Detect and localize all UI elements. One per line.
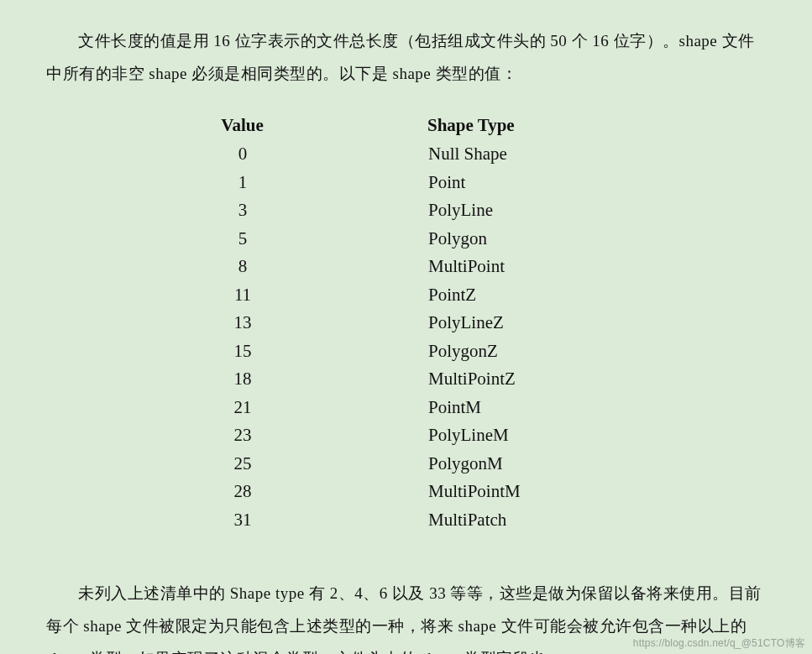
watermark-text: https://blog.csdn.net/q_@51CTO博客 (633, 636, 805, 651)
cell-shape-type: Null Shape (427, 140, 612, 169)
cell-value: 21 (200, 394, 427, 422)
cell-shape-type: MultiPatch (427, 506, 612, 535)
cell-value: 0 (200, 140, 427, 169)
cell-shape-type: MultiPoint (427, 253, 612, 281)
header-value: Value (200, 112, 427, 141)
cell-shape-type: MultiPointZ (427, 365, 612, 394)
table-row: 8MultiPoint (200, 253, 612, 281)
table-row: 31MultiPatch (200, 506, 612, 535)
cell-value: 11 (200, 281, 427, 310)
table-row: 3PolyLine (200, 196, 612, 225)
cell-shape-type: PointM (427, 394, 612, 422)
cell-shape-type: PolyLineM (427, 421, 612, 450)
cell-shape-type: PolyLineZ (427, 309, 612, 337)
cell-shape-type: PolygonZ (427, 337, 612, 366)
cell-value: 28 (200, 478, 427, 506)
cell-value: 15 (200, 337, 427, 366)
cell-shape-type: PolyLine (427, 196, 612, 225)
document-page: 文件长度的值是用 16 位字表示的文件总长度（包括组成文件头的 50 个 16 … (0, 0, 812, 654)
table-row: 0Null Shape (200, 140, 612, 169)
table-header-row: Value Shape Type (200, 112, 612, 141)
cell-value: 5 (200, 225, 427, 254)
table-row: 21PointM (200, 394, 612, 422)
shape-type-table: Value Shape Type 0Null Shape1Point3PolyL… (200, 112, 612, 535)
table-row: 13PolyLineZ (200, 309, 612, 337)
cell-value: 31 (200, 506, 427, 535)
table-row: 25PolygonM (200, 450, 612, 479)
cell-value: 25 (200, 450, 427, 479)
table-row: 15PolygonZ (200, 337, 612, 366)
header-shape-type: Shape Type (427, 112, 612, 141)
table-row: 1Point (200, 169, 612, 197)
cell-value: 8 (200, 253, 427, 281)
cell-shape-type: PolygonM (427, 450, 612, 479)
cell-shape-type: Point (427, 169, 612, 197)
cell-shape-type: MultiPointM (427, 478, 612, 506)
cell-shape-type: Polygon (427, 225, 612, 254)
table-row: 18MultiPointZ (200, 365, 612, 394)
shape-type-table-wrap: Value Shape Type 0Null Shape1Point3PolyL… (46, 112, 766, 535)
table-row: 23PolyLineM (200, 421, 612, 450)
cell-value: 13 (200, 309, 427, 337)
cell-value: 23 (200, 421, 427, 450)
table-row: 5Polygon (200, 225, 612, 254)
table-body: 0Null Shape1Point3PolyLine5Polygon8Multi… (200, 140, 612, 534)
table-row: 28MultiPointM (200, 478, 612, 506)
cell-shape-type: PointZ (427, 281, 612, 310)
cell-value: 18 (200, 365, 427, 394)
intro-paragraph: 文件长度的值是用 16 位字表示的文件总长度（包括组成文件头的 50 个 16 … (46, 25, 766, 91)
cell-value: 3 (200, 196, 427, 225)
table-row: 11PointZ (200, 281, 612, 310)
cell-value: 1 (200, 169, 427, 197)
